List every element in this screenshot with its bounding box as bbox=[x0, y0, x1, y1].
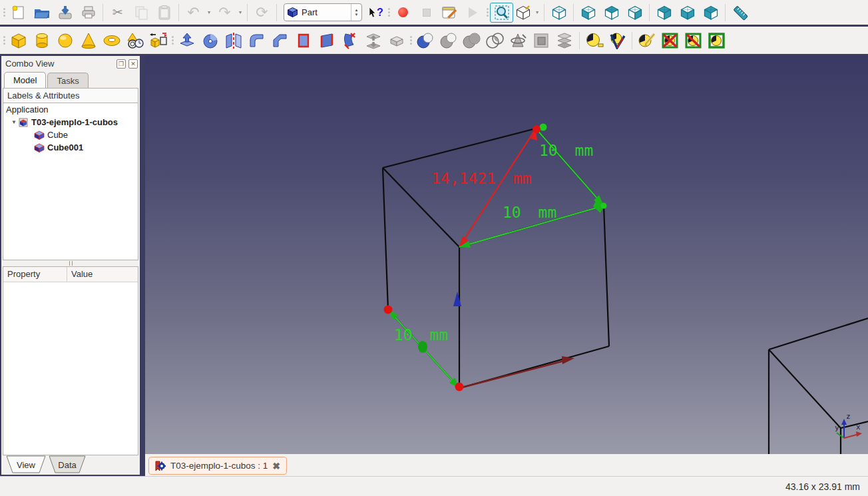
draw-style-dropdown[interactable]: ▾ bbox=[533, 9, 541, 15]
front-view-icon bbox=[580, 5, 596, 21]
thickness-button[interactable] bbox=[385, 31, 408, 51]
part-cylinder-button[interactable] bbox=[30, 31, 53, 51]
refresh-button[interactable]: ⟳ bbox=[250, 3, 274, 23]
3d-viewport[interactable]: 14,1421 mm 10 mm 10 mm 10 mm bbox=[145, 56, 868, 454]
offset-icon bbox=[365, 32, 382, 49]
cylinder-icon bbox=[33, 32, 51, 49]
copy-button[interactable] bbox=[129, 3, 152, 23]
close-tab-icon[interactable]: ✖ bbox=[272, 461, 280, 471]
loft-button[interactable] bbox=[338, 31, 361, 51]
chamfer-button[interactable] bbox=[268, 31, 292, 51]
part-cone-button[interactable] bbox=[77, 31, 100, 51]
cube-wireframe[interactable] bbox=[383, 128, 609, 388]
tree-item-cube[interactable]: Cube bbox=[3, 128, 138, 141]
shape-builder-icon bbox=[149, 32, 168, 49]
measurement-top-right-edge[interactable]: 10 mm bbox=[536, 124, 604, 206]
tree-root-application[interactable]: Application bbox=[3, 103, 138, 116]
part-box-button[interactable] bbox=[7, 31, 30, 51]
toolbar-grip[interactable] bbox=[1, 4, 7, 21]
undo-dropdown[interactable]: ▾ bbox=[205, 9, 213, 15]
paste-button[interactable] bbox=[152, 3, 176, 23]
extrude-button[interactable] bbox=[175, 31, 198, 51]
macro-record-button[interactable] bbox=[391, 3, 415, 23]
macro-stop-button[interactable] bbox=[415, 3, 438, 23]
document-tab-label: T03-ejemplo-1-cubos : 1 bbox=[170, 461, 268, 471]
second-cube-wireframe[interactable] bbox=[769, 318, 868, 454]
column-property[interactable]: Property bbox=[3, 267, 67, 282]
tab-tasks[interactable]: Tasks bbox=[47, 73, 88, 88]
macro-edit-button[interactable] bbox=[438, 3, 461, 23]
cube-icon bbox=[34, 130, 45, 140]
offset-button[interactable] bbox=[361, 31, 385, 51]
tab-model[interactable]: Model bbox=[4, 72, 46, 88]
section-button[interactable] bbox=[507, 31, 530, 51]
left-view-button[interactable] bbox=[699, 3, 722, 23]
spin-up-icon: ▲ bbox=[355, 8, 359, 13]
undo-button[interactable]: ↶ bbox=[182, 3, 205, 23]
rear-view-button[interactable] bbox=[652, 3, 676, 23]
tree-item-cube001[interactable]: Cube001 bbox=[3, 141, 138, 154]
measure-angular-button[interactable] bbox=[606, 31, 629, 51]
front-view-button[interactable] bbox=[576, 3, 600, 23]
clear-measurements-button[interactable] bbox=[658, 31, 682, 51]
right-view-button[interactable] bbox=[623, 3, 646, 23]
part-torus-button[interactable] bbox=[100, 31, 123, 51]
top-view-button[interactable] bbox=[600, 3, 623, 23]
refresh-icon: ⟳ bbox=[256, 4, 268, 21]
box-selection-button[interactable] bbox=[490, 3, 513, 23]
clear-measurements-icon bbox=[661, 32, 680, 49]
bottom-view-button[interactable] bbox=[676, 3, 699, 23]
cut-button[interactable]: ✂ bbox=[106, 3, 129, 23]
whats-this-button[interactable]: ? bbox=[366, 3, 386, 23]
draw-style-button[interactable] bbox=[513, 3, 533, 23]
draw-style-icon bbox=[515, 5, 531, 21]
measurement-bottom-left-edge[interactable]: 10 mm bbox=[388, 310, 459, 388]
part-sphere-button[interactable] bbox=[53, 31, 77, 51]
measure-distance-button[interactable] bbox=[728, 3, 752, 23]
document-tab[interactable]: T03-ejemplo-1-cubos : 1 ✖ bbox=[148, 457, 287, 475]
tree-item-document[interactable]: ▼ T03-ejemplo-1-cubos bbox=[3, 116, 138, 128]
axonometric-view-button[interactable] bbox=[547, 3, 570, 23]
mirror-button[interactable] bbox=[222, 31, 245, 51]
toggle-measurements-button[interactable] bbox=[682, 31, 705, 51]
workbench-selector-spinner[interactable]: ▲ ▼ bbox=[351, 4, 361, 21]
make-face-button[interactable] bbox=[292, 31, 315, 51]
new-document-button[interactable] bbox=[7, 3, 30, 23]
tab-view-label[interactable]: View bbox=[17, 460, 36, 470]
union-button[interactable] bbox=[460, 31, 483, 51]
save-document-button[interactable] bbox=[53, 3, 77, 23]
vertex-marker bbox=[384, 306, 393, 314]
cut-boolean-button[interactable] bbox=[437, 31, 460, 51]
workbench-selector[interactable]: Part ▲ ▼ bbox=[284, 3, 362, 21]
intersection-button[interactable] bbox=[483, 31, 507, 51]
open-folder-icon bbox=[33, 5, 51, 21]
open-document-button[interactable] bbox=[30, 3, 53, 23]
column-value[interactable]: Value bbox=[67, 267, 93, 282]
redo-dropdown[interactable]: ▾ bbox=[236, 9, 244, 15]
mdi-tab-bar: T03-ejemplo-1-cubos : 1 ✖ bbox=[145, 454, 868, 476]
macro-play-button[interactable] bbox=[461, 3, 485, 23]
revolve-button[interactable] bbox=[198, 31, 222, 51]
toggle-3d-measurements-button[interactable] bbox=[705, 31, 728, 51]
float-panel-button[interactable]: ❐ bbox=[116, 59, 126, 69]
close-panel-button[interactable]: ✕ bbox=[128, 59, 138, 69]
create-primitives-button[interactable] bbox=[123, 31, 146, 51]
section-icon bbox=[509, 32, 528, 49]
shape-builder-button[interactable] bbox=[146, 31, 170, 51]
tab-data-label[interactable]: Data bbox=[58, 460, 77, 470]
panel-splitter[interactable] bbox=[1, 260, 140, 266]
fillet-button[interactable] bbox=[245, 31, 268, 51]
workbench-selector-value: Part bbox=[298, 7, 351, 17]
boolean-button[interactable] bbox=[413, 31, 437, 51]
measurement-front-top-edge[interactable]: 10 mm bbox=[459, 198, 604, 248]
multi-cross-sections-button[interactable] bbox=[553, 31, 576, 51]
measure-annotations-button[interactable] bbox=[635, 31, 658, 51]
ruled-surface-button[interactable] bbox=[315, 31, 338, 51]
redo-button[interactable]: ↷ bbox=[213, 3, 236, 23]
origin-axes bbox=[453, 292, 574, 388]
toolbar-grip[interactable] bbox=[1, 32, 7, 49]
expander-icon[interactable]: ▼ bbox=[10, 119, 18, 125]
cross-sections-button[interactable] bbox=[530, 31, 553, 51]
print-button[interactable] bbox=[77, 3, 100, 23]
measure-linear-button[interactable] bbox=[582, 31, 606, 51]
